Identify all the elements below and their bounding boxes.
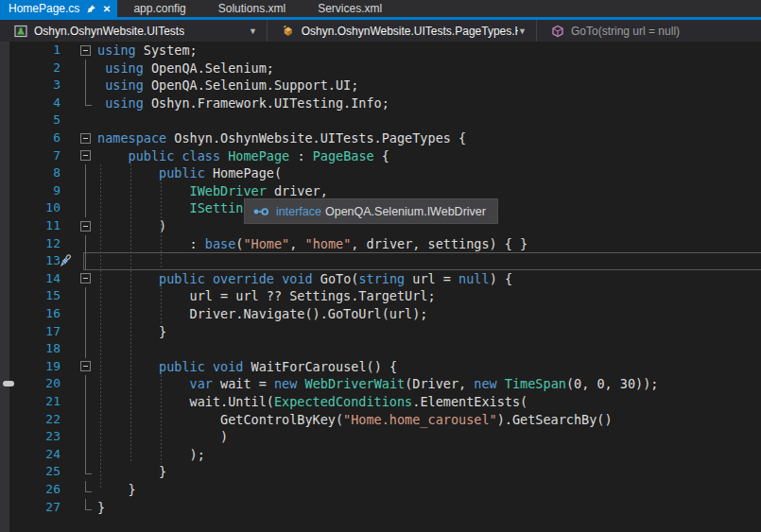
code-line[interactable]: 3 using OpenQA.Selenium.Support.UI; [0,77,761,94]
document-tabbar: HomePage.cs✕app.configSolutions.xmlServi… [0,0,761,17]
code-text: public override void GoTo(string url = n… [97,270,512,288]
code-line[interactable]: 22 GetControlByKey("Home.home_carousel")… [0,411,761,429]
code-editor[interactable]: 1using System;2 using OpenQA.Selenium;3 … [0,42,761,532]
type-dropdown-label: Oshyn.OshynWebsite.UITests.PageTypes.Hom [302,25,518,38]
code-line[interactable]: 19 public void WaitForCarousel() { [0,358,761,376]
code-line[interactable]: 18 [0,340,761,358]
fold-guide-end [79,94,92,112]
code-line[interactable]: 15 url = url ?? Settings.TargetUrl; [0,287,761,305]
member-dropdown-label: GoTo(string url = null) [571,25,680,38]
fold-guide-end [79,499,92,517]
code-text: using OpenQA.Selenium; [97,60,274,77]
fold-guide-line [79,199,92,217]
code-line[interactable]: 14 public override void GoTo(string url … [0,270,761,288]
tooltip-text: interfaceOpenQA.Selenium.IWebDriver [276,205,486,218]
code-line[interactable]: 7 public class HomePage : PageBase { [0,147,761,165]
ide-window: HomePage.cs✕app.configSolutions.xmlServi… [0,0,761,532]
code-line[interactable]: 27} [0,499,761,517]
fold-toggle-icon[interactable] [79,358,92,376]
code-line[interactable]: 1using System; [0,42,761,60]
code-line[interactable]: 24 ); [0,446,761,464]
line-number: 11 [0,217,61,235]
interface-icon [253,207,269,216]
code-text: namespace Oshyn.OshynWebsite.UITests.Pag… [97,129,466,147]
line-number: 10 [0,199,61,217]
line-number: 13 [0,252,61,270]
quick-info-tooltip: interfaceOpenQA.Selenium.IWebDriver [244,198,498,224]
code-line[interactable]: 23 ) [0,428,761,446]
line-number: 16 [0,305,61,323]
tab-label: HomePage.cs [9,2,79,15]
line-number: 19 [0,358,61,376]
pin-icon[interactable] [86,4,96,14]
code-text: } [97,499,105,517]
project-icon [14,25,27,38]
code-text: } [97,481,136,499]
code-line[interactable]: 26 } [0,481,761,499]
fold-toggle-icon[interactable] [79,270,92,288]
fold-toggle-icon[interactable] [79,42,92,60]
fold-guide-line [79,375,92,393]
code-line[interactable]: 4 using Oshyn.Framework.UITesting.Info; [0,94,761,112]
fold-guide-end [79,481,92,499]
tab-app-config[interactable]: app.config [117,0,201,17]
fold-margin [79,112,92,129]
code-line[interactable]: 21 wait.Until(ExpectedConditions.Element… [0,393,761,411]
fold-guide-line [79,305,92,323]
line-number: 12 [0,235,61,253]
line-number: 7 [0,147,61,165]
chevron-down-icon: ▼ [518,26,527,36]
code-line[interactable]: 13 [0,252,761,270]
code-text: ) [97,428,228,446]
type-dropdown[interactable]: Oshyn.OshynWebsite.UITests.PageTypes.Hom… [268,20,537,42]
code-text: url = url ?? Settings.TargetUrl; [97,287,436,305]
line-number: 2 [0,60,61,77]
fold-guide-line [79,164,92,182]
quick-actions-screwdriver-icon[interactable] [56,252,75,273]
member-dropdown[interactable]: GoTo(string url = null) [537,20,761,42]
tab-solutions-xml[interactable]: Solutions.xml [202,0,302,17]
code-line[interactable]: 17 } [0,323,761,341]
fold-toggle-icon[interactable] [79,129,92,147]
code-text: using Oshyn.Framework.UITesting.Info; [97,94,389,112]
line-number: 27 [0,499,61,517]
code-text: ) [97,217,166,235]
code-line[interactable]: 5 [0,112,761,129]
line-number: 17 [0,323,61,341]
code-line[interactable]: 20 var wait = new WebDriverWait(Driver, … [0,375,761,393]
code-line[interactable]: 9 IWebDriver driver, [0,182,761,200]
fold-guide-line [79,393,92,411]
tab-homepage-cs[interactable]: HomePage.cs✕ [0,0,117,17]
code-text: : base("Home", "home", driver, settings)… [97,235,528,253]
line-number: 6 [0,129,61,147]
line-number: 1 [0,42,61,60]
code-text: Driver.Navigate().GoToUrl(url); [97,305,428,323]
code-text: using OpenQA.Selenium.Support.UI; [97,77,358,94]
code-text: ); [97,446,205,464]
code-text: GetControlByKey("Home.home_carousel").Ge… [97,411,613,429]
project-dropdown[interactable]: Oshyn.OshynWebsite.UITests ▼ [0,20,268,42]
fold-guide-line [79,411,92,429]
code-line[interactable]: 12 : base("Home", "home", driver, settin… [0,235,761,253]
code-line[interactable]: 2 using OpenQA.Selenium; [0,60,761,77]
code-line[interactable]: 8 public HomePage( [0,164,761,182]
line-number: 22 [0,411,61,429]
code-text: public HomePage( [97,164,282,182]
close-icon[interactable]: ✕ [101,4,112,14]
fold-guide-end [79,463,92,481]
line-number: 26 [0,481,61,499]
line-number: 5 [0,112,61,129]
tab-label: Solutions.xml [218,2,285,15]
fold-toggle-icon[interactable] [79,147,92,165]
code-line[interactable]: 16 Driver.Navigate().GoToUrl(url); [0,305,761,323]
code-line[interactable]: 25 } [0,463,761,481]
fold-toggle-icon[interactable] [79,217,92,235]
bookmark-glyph [3,381,14,386]
fold-guide-line [79,340,92,358]
code-text: wait.Until(ExpectedConditions.ElementExi… [97,393,528,411]
code-line[interactable]: 6namespace Oshyn.OshynWebsite.UITests.Pa… [0,129,761,147]
navigation-bar: Oshyn.OshynWebsite.UITests ▼ Oshyn.Oshyn… [0,20,761,42]
tab-services-xml[interactable]: Services.xml [302,0,398,17]
chevron-down-icon: ▼ [249,26,257,36]
fold-guide-line [79,287,92,305]
